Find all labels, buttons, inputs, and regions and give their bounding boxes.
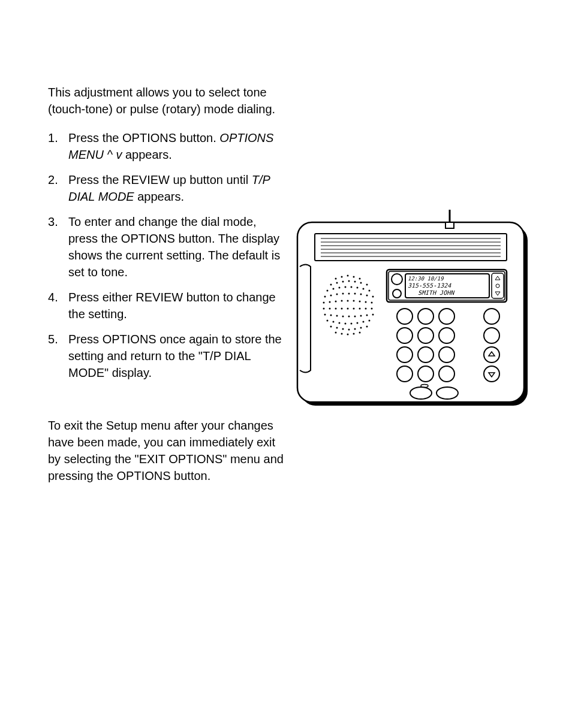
step-item: Press the OPTIONS button. OPTIONS MENU ^…	[48, 129, 288, 163]
svg-point-83	[341, 333, 343, 335]
svg-point-107	[484, 328, 499, 343]
svg-point-52	[341, 308, 343, 310]
svg-point-97	[397, 328, 413, 343]
svg-point-108	[484, 347, 499, 363]
lcd-line-1: 12:30 10/19	[408, 276, 444, 282]
svg-point-112	[436, 387, 458, 399]
svg-point-101	[418, 347, 433, 363]
svg-point-70	[345, 323, 347, 325]
step-text-post: appears.	[134, 190, 184, 203]
svg-point-56	[365, 308, 367, 310]
svg-point-11	[335, 278, 337, 280]
svg-point-12	[341, 276, 343, 278]
svg-point-99	[439, 328, 454, 343]
svg-point-35	[348, 293, 350, 295]
step-text-pre: Press either REVIEW button to change the…	[68, 291, 276, 321]
outro-paragraph: To exit the Setup menu after your change…	[48, 417, 288, 484]
svg-point-43	[341, 300, 343, 302]
svg-point-16	[330, 284, 332, 286]
svg-point-29	[363, 288, 365, 290]
svg-point-14	[353, 276, 355, 278]
svg-point-23	[327, 290, 329, 292]
svg-rect-3	[445, 222, 454, 228]
svg-point-64	[360, 315, 362, 317]
intro-paragraph: This adjustment allows you to select ton…	[48, 84, 288, 117]
svg-point-58	[324, 314, 326, 316]
svg-point-104	[418, 366, 433, 382]
svg-point-39	[372, 296, 374, 298]
svg-point-73	[363, 321, 365, 323]
svg-point-61	[342, 316, 344, 318]
svg-point-17	[336, 282, 338, 284]
svg-point-63	[354, 316, 356, 318]
svg-point-72	[357, 322, 359, 324]
svg-point-84	[347, 334, 349, 336]
svg-point-60	[336, 315, 338, 317]
svg-point-94	[397, 309, 413, 324]
svg-point-75	[330, 326, 332, 328]
svg-point-38	[366, 295, 368, 297]
svg-point-15	[359, 278, 361, 280]
step-item: Press OPTIONS once again to store the se…	[48, 331, 288, 381]
svg-point-26	[345, 286, 347, 288]
svg-point-36	[354, 293, 356, 295]
svg-point-62	[348, 316, 350, 318]
svg-point-53	[347, 308, 349, 310]
step-text-post: appears.	[122, 148, 171, 161]
step-item: To enter and change the dial mode, press…	[48, 213, 288, 280]
svg-point-106	[484, 309, 499, 324]
svg-point-68	[333, 321, 335, 323]
svg-point-27	[351, 286, 353, 288]
svg-point-54	[353, 308, 355, 310]
svg-point-109	[484, 366, 499, 382]
svg-point-44	[347, 300, 349, 302]
svg-point-45	[353, 300, 355, 302]
svg-point-78	[348, 329, 350, 331]
svg-point-76	[336, 327, 338, 329]
svg-point-33	[336, 294, 338, 295]
svg-point-55	[359, 308, 361, 310]
svg-point-57	[371, 308, 373, 310]
svg-point-59	[330, 315, 332, 316]
svg-point-67	[327, 320, 329, 322]
page-content: This adjustment allows you to select ton…	[0, 0, 572, 532]
svg-point-90	[393, 289, 401, 298]
svg-point-47	[365, 301, 367, 303]
svg-point-80	[360, 327, 362, 329]
phone-illustration: 12:30 10/19 315-555-1324 SMITH JOHN	[294, 210, 528, 413]
step-text-pre: To enter and change the dial mode, press…	[68, 215, 280, 279]
svg-point-66	[372, 314, 374, 316]
steps-list: Press the OPTIONS button. OPTIONS MENU ^…	[48, 129, 288, 381]
step-item: Press the REVIEW up button until T/P DIA…	[48, 171, 288, 205]
svg-point-111	[410, 387, 432, 399]
svg-point-49	[323, 308, 325, 310]
svg-point-89	[392, 274, 402, 285]
svg-point-85	[353, 333, 355, 335]
svg-point-34	[342, 293, 344, 295]
svg-point-42	[335, 301, 337, 303]
lcd-line-3: SMITH JOHN	[418, 289, 455, 296]
svg-point-102	[439, 347, 454, 363]
svg-point-13	[347, 275, 349, 277]
svg-point-32	[330, 295, 332, 297]
svg-point-25	[339, 287, 341, 289]
svg-point-93	[496, 284, 499, 288]
svg-point-82	[335, 332, 337, 334]
svg-point-96	[439, 309, 454, 324]
svg-point-65	[366, 315, 368, 316]
svg-point-28	[357, 287, 359, 289]
svg-point-41	[329, 301, 331, 303]
svg-point-46	[359, 301, 361, 303]
svg-point-21	[360, 282, 362, 284]
lcd-line-2: 315-555-1324	[408, 282, 451, 289]
svg-point-19	[348, 280, 350, 282]
svg-point-77	[342, 328, 344, 330]
svg-point-79	[354, 328, 356, 330]
svg-point-18	[342, 281, 344, 283]
step-text-pre: Press the OPTIONS button.	[68, 131, 219, 144]
svg-point-100	[397, 347, 413, 363]
svg-point-51	[335, 308, 337, 310]
svg-point-40	[323, 302, 325, 304]
svg-point-37	[360, 294, 362, 295]
svg-point-74	[369, 320, 371, 322]
